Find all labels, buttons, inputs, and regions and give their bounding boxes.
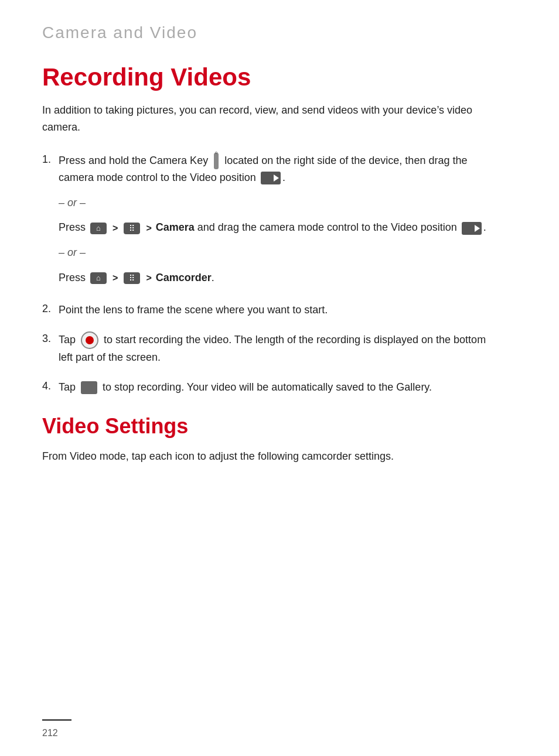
grid-icon-1 — [124, 223, 140, 234]
step-number-3: 3. — [42, 331, 59, 345]
sub1-middle: Camera and drag the camera mode control … — [156, 221, 457, 233]
step-4-content: Tap to stop recording. Your video will b… — [59, 379, 432, 396]
step3-text-before: Tap — [59, 334, 76, 345]
gt3: > — [113, 273, 118, 283]
sub2-press: Press — [59, 272, 86, 283]
gt4: > — [146, 273, 151, 283]
step1-text-before: Press and hold the Camera Key — [59, 155, 208, 166]
step-number-2: 2. — [42, 302, 59, 315]
section2-intro: From Video mode, tap each icon to adjust… — [42, 448, 499, 465]
gt1: > — [113, 223, 118, 233]
stop-icon — [81, 381, 97, 394]
step4-text-before: Tap — [59, 381, 76, 393]
steps-list: 1. Press and hold the Camera Key located… — [42, 152, 517, 396]
step-3-content: Tap to start recording the video. The le… — [59, 331, 492, 366]
step-number-1: 1. — [42, 152, 59, 166]
bottom-line — [42, 719, 71, 721]
step1-sub2: Press > > Camcorder. — [59, 269, 492, 286]
video-mode-icon-2 — [462, 222, 482, 235]
section1-title: Recording Videos — [42, 63, 517, 91]
step-2-content: Point the lens to frame the scene where … — [59, 302, 328, 319]
step-4: 4. Tap to stop recording. Your video wil… — [42, 379, 517, 396]
gt2: > — [146, 223, 151, 233]
or-divider-1: – or – — [59, 194, 492, 211]
section2-title: Video Settings — [42, 414, 517, 439]
step4-text-after: to stop recording. Your video will be au… — [103, 381, 432, 393]
grid-icon-2 — [124, 272, 140, 284]
step3-text-after: to start recording the video. The length… — [59, 334, 486, 363]
step1-sub1: Press > > Camera and drag the camera mod… — [59, 219, 492, 236]
step-2: 2. Point the lens to frame the scene whe… — [42, 302, 517, 319]
record-icon — [81, 331, 98, 349]
step2-text: Point the lens to frame the scene where … — [59, 304, 328, 316]
sub1-press: Press — [59, 221, 86, 233]
page-header: Camera and Video — [42, 23, 517, 42]
home-icon-2 — [90, 272, 107, 284]
home-icon-1 — [90, 223, 107, 234]
or-divider-2: – or – — [59, 244, 492, 261]
step-1: 1. Press and hold the Camera Key located… — [42, 152, 517, 289]
step-3: 3. Tap to start recording the video. The… — [42, 331, 517, 366]
camera-key-icon — [214, 153, 219, 169]
video-mode-icon-1 — [261, 172, 281, 184]
step-1-content: Press and hold the Camera Key located on… — [59, 152, 492, 289]
page-number: 212 — [42, 728, 58, 738]
sub2-middle: Camcorder. — [156, 272, 214, 283]
intro-text: In addition to taking pictures, you can … — [42, 102, 499, 136]
step-number-4: 4. — [42, 379, 59, 392]
